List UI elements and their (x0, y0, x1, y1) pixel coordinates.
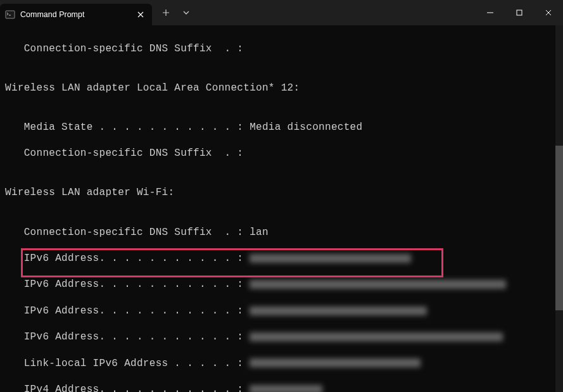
redacted-value (250, 385, 322, 392)
field-label: IPv4 Address. . . . . . . . . . . : (5, 384, 250, 392)
svg-rect-0 (6, 11, 15, 18)
tab-dropdown-button[interactable] (177, 4, 195, 22)
output-line: Media State . . . . . . . . . . . : Medi… (5, 121, 558, 134)
output-line: IPv4 Address. . . . . . . . . . . : (5, 383, 558, 392)
minimize-button[interactable] (476, 0, 505, 25)
output-line: Connection-specific DNS Suffix . : lan (5, 226, 558, 239)
output-line: IPv6 Address. . . . . . . . . . . : (5, 278, 558, 291)
field-label: IPv6 Address. . . . . . . . . . . : (5, 253, 250, 264)
tab-command-prompt[interactable]: Command Prompt (0, 4, 152, 25)
tab-close-button[interactable] (136, 9, 146, 20)
redacted-value (250, 332, 503, 341)
redacted-value (250, 280, 506, 289)
field-label: IPv6 Address. . . . . . . . . . . : (5, 305, 250, 317)
close-button[interactable] (534, 0, 563, 25)
terminal-icon (5, 9, 15, 20)
maximize-button[interactable] (505, 0, 534, 25)
adapter-header: Wireless LAN adapter Local Area Connecti… (5, 82, 558, 95)
window-controls (476, 0, 563, 25)
terminal-output: Connection-specific DNS Suffix . : Wirel… (0, 25, 563, 392)
redacted-value (250, 358, 421, 367)
redacted-value (250, 254, 411, 263)
titlebar: Command Prompt (0, 0, 563, 25)
field-label: IPv6 Address. . . . . . . . . . . : (5, 331, 250, 343)
output-line: IPv6 Address. . . . . . . . . . . : (5, 252, 558, 265)
adapter-header: Wireless LAN adapter Wi-Fi: (5, 186, 558, 199)
new-tab-button[interactable] (157, 4, 175, 22)
svg-rect-3 (517, 10, 522, 15)
vertical-scrollbar[interactable] (555, 25, 563, 392)
field-label: IPv6 Address. . . . . . . . . . . : (5, 279, 250, 290)
field-label: Link-local IPv6 Address . . . . . : (5, 358, 250, 369)
output-line: IPv6 Address. . . . . . . . . . . : (5, 331, 558, 344)
output-line: Link-local IPv6 Address . . . . . : (5, 357, 558, 370)
terminal-area[interactable]: Connection-specific DNS Suffix . : Wirel… (0, 25, 563, 392)
tab-title: Command Prompt (20, 10, 130, 19)
tab-actions (152, 4, 195, 22)
redacted-value (250, 307, 427, 315)
output-line: IPv6 Address. . . . . . . . . . . : (5, 305, 558, 318)
output-line: Connection-specific DNS Suffix . : (5, 147, 558, 160)
output-line: Connection-specific DNS Suffix . : (5, 42, 558, 56)
scrollbar-thumb[interactable] (555, 146, 563, 310)
